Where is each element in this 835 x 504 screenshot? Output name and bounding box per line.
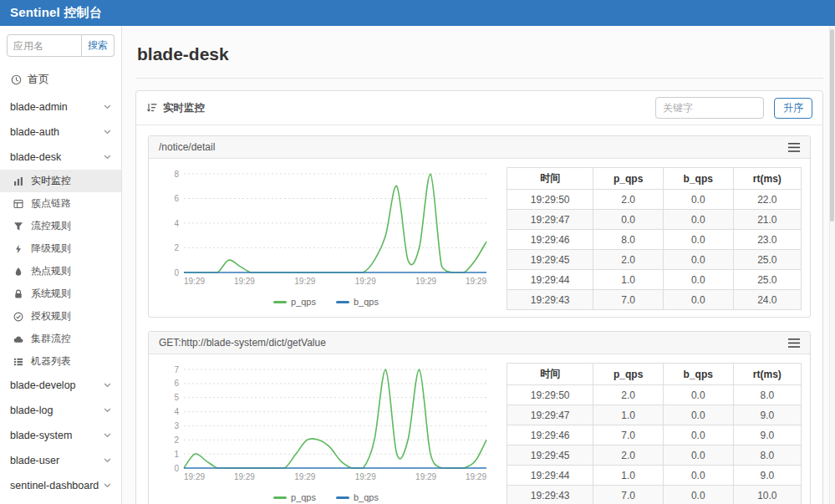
sidebar-item-降级规则[interactable]: 降级规则 <box>0 237 121 260</box>
svg-text:19:29: 19:29 <box>234 472 255 481</box>
scrollbar[interactable] <box>829 26 835 504</box>
legend-label: p_qps <box>291 492 316 502</box>
legend-item-b_qps[interactable]: b_qps <box>336 492 379 502</box>
page-layout: 搜索 首页 blade-adminblade-authblade-desk实时监… <box>0 26 835 504</box>
chevron-down-icon <box>104 483 111 488</box>
sidebar-app-label: blade-develop <box>10 379 76 391</box>
menu-icon[interactable] <box>788 339 800 348</box>
chart-icon <box>13 176 24 186</box>
svg-text:1: 1 <box>174 450 179 459</box>
sidebar-item-热点规则[interactable]: 热点规则 <box>0 260 121 283</box>
qps-chart: 0123456719:2919:2919:2919:2919:2919:29p_… <box>157 363 495 502</box>
sidebar-app-blade-admin[interactable]: blade-admin <box>0 94 121 120</box>
table-cell: 2.0 <box>593 445 664 466</box>
sidebar-item-授权规则[interactable]: 授权规则 <box>0 305 121 328</box>
chart-legend: p_qpsb_qps <box>157 297 495 307</box>
cluster-link-icon <box>13 199 24 209</box>
keyword-input[interactable] <box>655 97 764 119</box>
sidebar-app-sentinel-dashboard[interactable]: sentinel-dashboard <box>0 473 121 498</box>
resource-title: /notice/detail <box>159 141 215 153</box>
menu-icon[interactable] <box>788 143 800 152</box>
table-cell: 0.0 <box>663 190 733 210</box>
sidebar-item-机器列表[interactable]: 机器列表 <box>0 350 121 373</box>
table-header-cell: b_qps <box>663 168 733 190</box>
legend-mark <box>336 301 349 303</box>
title-divider <box>135 78 823 79</box>
table-cell: 24.0 <box>733 290 801 310</box>
sidebar-item-实时监控[interactable]: 实时监控 <box>0 170 121 192</box>
legend-item-b_qps[interactable]: b_qps <box>336 297 379 307</box>
table-header-cell: p_qps <box>593 364 664 385</box>
table-cell: 0.0 <box>663 270 733 290</box>
table-cell: 1.0 <box>593 405 664 425</box>
svg-text:19:29: 19:29 <box>294 472 315 481</box>
svg-text:7: 7 <box>174 365 179 374</box>
legend-mark <box>336 496 349 499</box>
svg-text:19:29: 19:29 <box>355 277 376 286</box>
table-cell: 0.0 <box>663 290 733 310</box>
legend-item-p_qps[interactable]: p_qps <box>273 297 316 307</box>
page-title: blade-desk <box>137 44 823 64</box>
sidebar-app-blade-user[interactable]: blade-user <box>0 448 121 473</box>
table-row: 19:29:452.00.025.0 <box>507 250 802 270</box>
sidebar-item-label: 热点规则 <box>31 264 71 278</box>
qps-chart-svg: 0246819:2919:2919:2919:2919:2919:29 <box>157 167 495 291</box>
legend-label: b_qps <box>354 492 379 502</box>
table-cell: 8.0 <box>733 385 801 405</box>
table-row: 19:29:468.00.023.0 <box>507 230 802 250</box>
svg-text:19:29: 19:29 <box>415 472 436 481</box>
sidebar-app-blade-system[interactable]: blade-system <box>0 423 121 448</box>
table-cell: 19:29:44 <box>507 466 593 486</box>
table-header-cell: 时间 <box>507 168 593 190</box>
sidebar-item-簇点链路[interactable]: 簇点链路 <box>0 192 121 215</box>
sidebar-app-label: blade-desk <box>10 151 61 163</box>
table-cell: 19:29:43 <box>507 290 593 310</box>
svg-text:6: 6 <box>174 194 179 203</box>
resource-title: GET:http://blade-system/dict/getValue <box>159 337 326 349</box>
table-cell: 22.0 <box>733 190 801 210</box>
sidebar-app-label: blade-user <box>10 455 59 466</box>
svg-text:2: 2 <box>174 243 179 252</box>
table-header-cell: rt(ms) <box>733 168 801 190</box>
lock-icon <box>13 289 24 299</box>
app-search-button[interactable]: 搜索 <box>82 34 115 57</box>
table-row: 19:29:441.00.025.0 <box>507 270 802 290</box>
chart-legend: p_qpsb_qps <box>157 492 495 502</box>
table-cell: 23.0 <box>733 230 801 250</box>
legend-label: b_qps <box>354 297 379 307</box>
sidebar-item-label: 降级规则 <box>31 242 71 256</box>
sidebar-app-blade-log[interactable]: blade-log <box>0 398 121 423</box>
table-header-cell: 时间 <box>507 364 593 385</box>
sidebar-app-blade-auth[interactable]: blade-auth <box>0 120 121 145</box>
monitor-panel: 实时监控 升序 /notice/detail0246819:2919:2919:… <box>135 90 823 504</box>
qps-table: 时间p_qpsb_qpsrt(ms)19:29:502.00.08.019:29… <box>507 363 802 504</box>
app-search-input[interactable] <box>7 34 82 57</box>
table-cell: 0.0 <box>663 486 733 504</box>
table-cell: 2.0 <box>593 385 664 405</box>
sidebar-item-集群流控[interactable]: 集群流控 <box>0 328 121 350</box>
svg-text:19:29: 19:29 <box>234 277 255 286</box>
table-cell: 25.0 <box>733 250 801 270</box>
sidebar-app-blade-desk[interactable]: blade-desk <box>0 145 121 170</box>
sort-amount-icon <box>146 103 157 113</box>
sort-order-button[interactable]: 升序 <box>774 98 812 119</box>
table-cell: 19:29:47 <box>507 210 593 230</box>
table-cell: 2.0 <box>593 190 664 210</box>
scrollbar-thumb[interactable] <box>830 29 834 221</box>
table-cell: 0.0 <box>593 210 664 230</box>
legend-item-p_qps[interactable]: p_qps <box>273 492 316 502</box>
sidebar-item-home[interactable]: 首页 <box>0 65 121 94</box>
legend-mark <box>273 301 287 303</box>
sidebar-item-系统规则[interactable]: 系统规则 <box>0 283 121 305</box>
resource-card-header: GET:http://blade-system/dict/getValue <box>149 332 810 354</box>
chevron-down-icon <box>104 155 111 160</box>
qps-chart: 0246819:2919:2919:2919:2919:2919:29p_qps… <box>157 167 495 307</box>
resource-card-body: 0123456719:2919:2919:2919:2919:2919:29p_… <box>149 354 810 504</box>
svg-text:19:29: 19:29 <box>415 277 436 286</box>
svg-text:3: 3 <box>174 421 179 430</box>
table-cell: 0.0 <box>663 466 733 486</box>
monitor-panel-controls: 升序 <box>655 97 812 119</box>
sidebar-item-流控规则[interactable]: 流控规则 <box>0 215 121 237</box>
sidebar-app-blade-develop[interactable]: blade-develop <box>0 373 121 398</box>
table-cell: 7.0 <box>593 290 664 310</box>
